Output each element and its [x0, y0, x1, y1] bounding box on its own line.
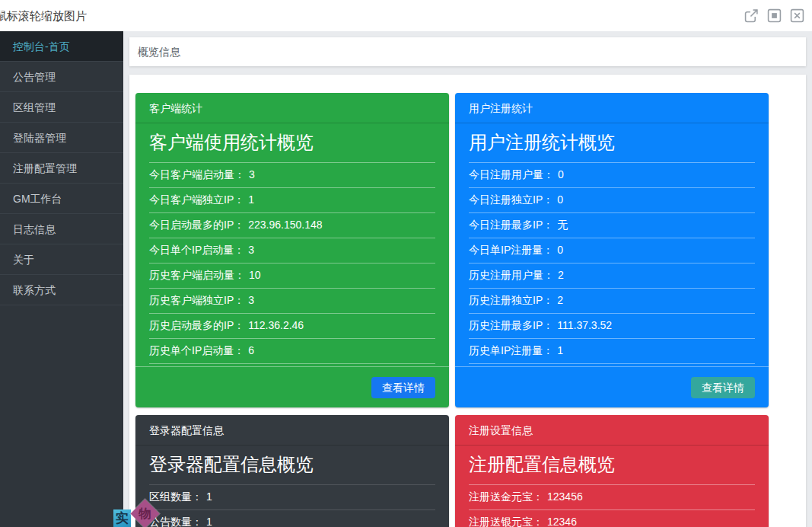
stat-label: 今日客户端启动量： — [149, 168, 245, 182]
stat-value: 3 — [248, 244, 254, 256]
card-client-stats: 客户端统计 客户端使用统计概览 今日客户端启动量：3 今日客户端独立IP：1 今… — [135, 93, 449, 407]
stat-value: 1 — [206, 516, 212, 527]
stat-value: 1 — [248, 193, 254, 206]
topbar: 鼠标滚轮缩放图片 — [0, 0, 812, 31]
restore-window-icon[interactable] — [767, 8, 782, 23]
card-title: 登录器配置信息概览 — [149, 446, 435, 485]
card-header: 客户端统计 — [135, 93, 449, 123]
content-panel: 客户端统计 客户端使用统计概览 今日客户端启动量：3 今日客户端独立IP：1 今… — [129, 75, 806, 527]
stat-value: 无 — [557, 219, 568, 232]
stat-row: 历史单IP注册量：1 — [469, 339, 755, 364]
card-title: 注册配置信息概览 — [469, 446, 755, 485]
stat-label: 公告数量： — [149, 516, 202, 527]
stat-label: 注册送金元宝： — [469, 490, 543, 504]
stat-value: 112.36.2.46 — [248, 319, 304, 331]
stat-row: 历史客户端独立IP：3 — [149, 289, 435, 314]
stat-row: 注册送金元宝：123456 — [469, 485, 755, 510]
stat-row: 历史注册最多IP：111.37.3.52 — [469, 314, 755, 339]
stat-label: 历史注册最多IP： — [469, 319, 553, 333]
sticker-wu-badge[interactable]: 物 — [130, 499, 159, 527]
sidebar-item-logs[interactable]: 日志信息 — [0, 214, 123, 244]
stat-label: 历史启动最多的IP： — [149, 319, 244, 333]
stat-label: 历史客户端独立IP： — [149, 294, 244, 308]
stat-value: 0 — [557, 244, 563, 256]
stat-label: 今日启动最多的IP： — [149, 219, 244, 232]
view-details-button[interactable]: 查看详情 — [371, 377, 435, 398]
stat-row: 今日客户端启动量：3 — [149, 163, 435, 188]
stat-row: 历史单个IP启动量：6 — [149, 339, 435, 364]
stat-label: 历史注册独立IP： — [469, 294, 553, 308]
sidebar-item-contact[interactable]: 联系方式 — [0, 275, 123, 305]
stat-label: 今日单个IP启动量： — [149, 244, 244, 257]
stat-value: 0 — [558, 168, 564, 180]
stat-value: 111.37.3.52 — [557, 319, 612, 331]
stat-row: 今日客户端独立IP：1 — [149, 188, 435, 213]
stat-value: 1 — [206, 490, 212, 503]
view-details-button[interactable]: 查看详情 — [691, 377, 755, 398]
sidebar-item-console-home[interactable]: 控制台-首页 — [0, 31, 123, 62]
stat-value: 12346 — [547, 516, 577, 527]
stat-row: 区组数量：1 — [149, 485, 435, 510]
stat-value: 6 — [248, 344, 254, 356]
stat-value: 10 — [249, 269, 261, 281]
card-title: 用户注册统计概览 — [469, 123, 755, 163]
window-controls — [744, 8, 804, 23]
stat-value: 1 — [557, 344, 563, 356]
stat-label: 今日单IP注册量： — [469, 244, 553, 257]
stat-label: 今日注册独立IP： — [469, 193, 553, 207]
stat-row: 今日注册独立IP：0 — [469, 188, 755, 213]
card-header: 用户注册统计 — [455, 93, 769, 123]
stat-row: 历史客户端启动量：10 — [149, 264, 435, 289]
stat-value: 2 — [557, 294, 563, 306]
sidebar-item-announcements[interactable]: 公告管理 — [0, 62, 123, 92]
stat-label: 注册送银元宝： — [469, 516, 543, 527]
stat-value: 223.96.150.148 — [248, 219, 322, 231]
stat-label: 历史单IP注册量： — [469, 344, 553, 358]
stat-label: 今日注册最多IP： — [469, 219, 553, 232]
open-external-icon[interactable] — [744, 8, 759, 23]
stat-row: 历史注册独立IP：2 — [469, 289, 755, 314]
stat-row: 公告数量：1 — [149, 510, 435, 527]
stat-label: 历史客户端启动量： — [149, 269, 245, 283]
stat-value: 3 — [248, 294, 254, 306]
stat-row: 历史注册用户量：2 — [469, 264, 755, 289]
card-title: 客户端使用统计概览 — [149, 123, 435, 163]
card-footer: 查看详情 — [135, 366, 449, 407]
card-register-settings: 注册设置信息 注册配置信息概览 注册送金元宝：123456 注册送银元宝：123… — [455, 415, 769, 527]
card-launcher-config: 登录器配置信息 登录器配置信息概览 区组数量：1 公告数量：1 — [135, 415, 449, 527]
breadcrumb: 概览信息 — [138, 46, 180, 58]
stat-label: 历史单个IP启动量： — [149, 344, 244, 358]
card-header: 登录器配置信息 — [135, 415, 449, 446]
stat-row: 今日单个IP启动量：3 — [149, 238, 435, 264]
card-header: 注册设置信息 — [455, 415, 769, 446]
card-footer: 查看详情 — [455, 366, 769, 407]
breadcrumb-bar: 概览信息 — [129, 37, 806, 66]
stat-label: 今日客户端独立IP： — [149, 193, 244, 207]
stat-row: 历史启动最多的IP：112.36.2.46 — [149, 314, 435, 339]
stat-row: 今日注册用户量：0 — [469, 163, 755, 188]
sidebar-item-zone-groups[interactable]: 区组管理 — [0, 92, 123, 123]
stat-value: 2 — [558, 269, 564, 281]
sidebar: 控制台-首页 公告管理 区组管理 登陆器管理 注册配置管理 GM工作台 日志信息… — [0, 31, 123, 527]
sticker-shi-badge[interactable]: 实 — [113, 509, 131, 527]
stat-value: 123456 — [547, 490, 583, 503]
stat-row: 今日注册最多IP：无 — [469, 213, 755, 238]
stat-value: 0 — [557, 193, 563, 206]
stat-label: 今日注册用户量： — [469, 168, 554, 182]
stat-value: 3 — [249, 168, 255, 180]
card-user-register-stats: 用户注册统计 用户注册统计概览 今日注册用户量：0 今日注册独立IP：0 今日注… — [455, 93, 769, 407]
stat-row: 注册送银元宝：12346 — [469, 510, 755, 527]
sticker-wu-label: 物 — [135, 503, 155, 524]
stat-row: 今日启动最多的IP：223.96.150.148 — [149, 213, 435, 238]
stat-label: 历史注册用户量： — [469, 269, 554, 283]
close-window-icon[interactable] — [790, 8, 804, 23]
page-title: 鼠标滚轮缩放图片 — [0, 9, 87, 24]
sidebar-item-about[interactable]: 关于 — [0, 244, 123, 275]
sidebar-item-gm-workbench[interactable]: GM工作台 — [0, 184, 123, 214]
stat-row: 今日单IP注册量：0 — [469, 238, 755, 264]
stat-label: 区组数量： — [149, 490, 202, 504]
sidebar-item-launcher-mgmt[interactable]: 登陆器管理 — [0, 123, 123, 153]
sidebar-item-register-config-mgmt[interactable]: 注册配置管理 — [0, 153, 123, 184]
